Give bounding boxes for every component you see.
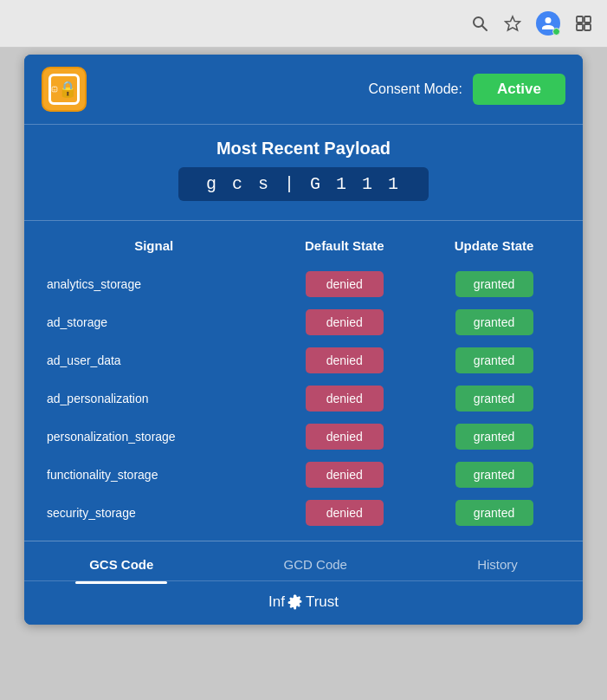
- table-row: security_storagedeniedgranted: [38, 494, 569, 532]
- default-state-cell: denied: [269, 341, 419, 379]
- signal-cell: ad_storage: [38, 303, 269, 341]
- table-row: analytics_storagedeniedgranted: [38, 265, 569, 303]
- table-row: ad_personalizationdeniedgranted: [38, 379, 569, 418]
- table-header-row: Signal Default State Update State: [38, 230, 569, 265]
- default-state-cell: denied: [269, 494, 419, 532]
- tabs-section: GCS Code GCD Code History: [24, 541, 583, 580]
- default-state-cell: denied: [269, 303, 419, 341]
- consent-mode-label: Consent Mode:: [368, 81, 462, 97]
- brand-text-start: Inf: [268, 593, 285, 611]
- app-logo: [42, 67, 87, 112]
- footer: Inf Trust: [24, 580, 583, 625]
- update-state-cell: granted: [419, 341, 569, 379]
- brand-name: Inf Trust: [24, 593, 583, 611]
- signal-cell: analytics_storage: [38, 265, 269, 303]
- tab-gcs-code[interactable]: GCS Code: [75, 554, 167, 575]
- brand-text-end: Trust: [306, 593, 339, 611]
- online-indicator: [552, 28, 560, 36]
- browser-chrome: [0, 0, 607, 48]
- update-state-cell: granted: [419, 494, 569, 532]
- logo-icon: [48, 74, 80, 105]
- default-state-cell: denied: [269, 379, 419, 418]
- col-update-state: Update State: [419, 230, 569, 265]
- payload-title: Most Recent Payload: [42, 139, 565, 159]
- signal-table: Signal Default State Update State analyt…: [38, 230, 569, 532]
- col-signal: Signal: [38, 230, 269, 265]
- svg-line-1: [482, 26, 487, 30]
- default-state-cell: denied: [269, 456, 419, 494]
- table-row: personalization_storagedeniedgranted: [38, 418, 569, 456]
- header: Consent Mode: Active: [24, 55, 583, 124]
- signal-cell: ad_personalization: [38, 379, 269, 418]
- update-state-cell: granted: [419, 418, 569, 456]
- default-state-cell: denied: [269, 418, 419, 456]
- update-state-cell: granted: [419, 379, 569, 418]
- col-default-state: Default State: [269, 230, 419, 265]
- signal-table-section: Signal Default State Update State analyt…: [24, 220, 583, 541]
- signal-cell: personalization_storage: [38, 418, 269, 456]
- tab-gcd-code[interactable]: GCD Code: [270, 554, 361, 575]
- svg-marker-2: [506, 16, 520, 30]
- update-state-cell: granted: [419, 303, 569, 341]
- signal-cell: security_storage: [38, 494, 269, 532]
- svg-rect-3: [577, 16, 583, 23]
- update-state-cell: granted: [419, 265, 569, 303]
- table-row: ad_storagedeniedgranted: [38, 303, 569, 341]
- payload-section: Most Recent Payload g c s | G 1 1 1: [24, 124, 583, 220]
- signal-cell: functionality_storage: [38, 456, 269, 494]
- extensions-icon[interactable]: [574, 14, 593, 33]
- gear-icon: [287, 593, 304, 611]
- main-panel: Consent Mode: Active Most Recent Payload…: [24, 55, 583, 625]
- payload-value: g c s | G 1 1 1: [178, 167, 429, 201]
- svg-rect-4: [584, 16, 591, 23]
- default-state-cell: denied: [269, 265, 419, 303]
- consent-mode-area: Consent Mode: Active: [368, 74, 565, 105]
- signal-cell: ad_user_data: [38, 341, 269, 379]
- avatar[interactable]: [536, 11, 560, 36]
- search-icon[interactable]: [470, 14, 489, 33]
- svg-rect-6: [584, 24, 591, 30]
- table-row: functionality_storagedeniedgranted: [38, 456, 569, 494]
- svg-rect-5: [577, 24, 583, 30]
- update-state-cell: granted: [419, 456, 569, 494]
- table-row: ad_user_datadeniedgranted: [38, 341, 569, 379]
- star-icon[interactable]: [503, 14, 522, 33]
- active-badge: Active: [473, 74, 565, 105]
- tab-history[interactable]: History: [463, 554, 532, 575]
